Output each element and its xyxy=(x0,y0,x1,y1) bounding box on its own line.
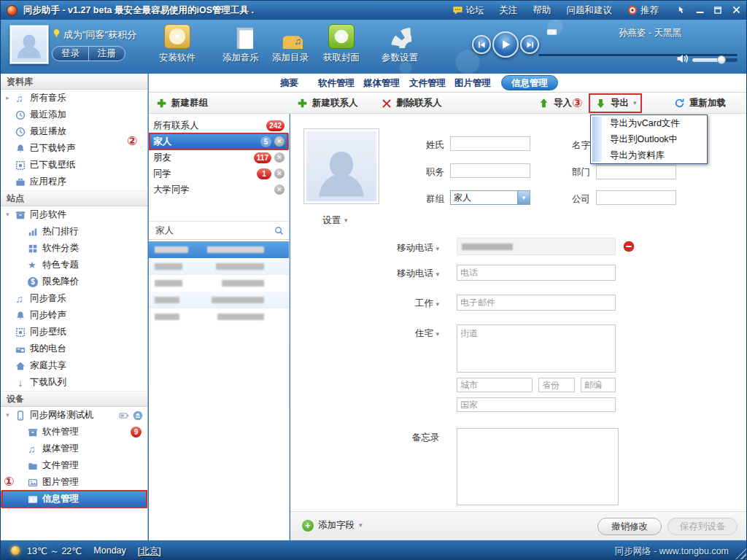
street-field[interactable] xyxy=(457,324,616,373)
contact-photo[interactable] xyxy=(303,128,379,204)
delete-contact-button[interactable]: 删除联系人 xyxy=(382,93,442,114)
group-row-friends[interactable]: 朋友 117 ✕ xyxy=(149,149,289,166)
export-button[interactable]: 导出 ▾ xyxy=(595,93,637,114)
city-field[interactable] xyxy=(457,378,533,392)
sidebar-item-sync-wallpapers[interactable]: 同步壁纸 xyxy=(1,324,147,341)
feedback-link[interactable]: 问题和建议 xyxy=(567,4,613,17)
group-close-icon[interactable]: ✕ xyxy=(274,184,285,195)
resize-grip[interactable] xyxy=(735,548,746,559)
dept-field[interactable] xyxy=(596,165,676,179)
add-music-button[interactable]: 添加音乐 xyxy=(216,24,266,64)
contact-row[interactable] xyxy=(149,275,289,292)
close-button[interactable] xyxy=(730,4,742,15)
tab-software[interactable]: 软件管理 xyxy=(318,74,355,93)
play-button[interactable] xyxy=(492,31,519,58)
tree-closed-icon[interactable]: ▸ xyxy=(6,95,9,101)
tab-media[interactable]: 媒体管理 xyxy=(363,74,400,93)
contact-row[interactable] xyxy=(149,292,289,308)
menu-item-export-vcard[interactable]: 导出为vCard文件 xyxy=(591,115,707,131)
sidebar-item-info-management[interactable]: 信息管理 xyxy=(1,491,147,508)
group-row-college-classmates[interactable]: 大学同学 ✕ xyxy=(149,182,289,198)
sidebar-item-recently-played[interactable]: 最近播放 xyxy=(1,123,147,140)
group-row-all-contacts[interactable]: 所有联系人 242 xyxy=(149,117,289,133)
sidebar-item-my-radio[interactable]: 我的电台 xyxy=(1,341,147,357)
sidebar-item-featured-topics[interactable]: ★ 特色专题 xyxy=(1,257,147,273)
sidebar-item-top-rank[interactable]: 热门排行 xyxy=(1,223,147,240)
sidebar-item-applications[interactable]: 应用程序 xyxy=(1,174,147,190)
recommend-link[interactable]: 推荐 xyxy=(627,4,659,17)
tab-summary[interactable]: 摘要 xyxy=(280,74,298,93)
zip-field[interactable] xyxy=(581,378,616,392)
mobile1-field[interactable] xyxy=(457,238,616,255)
add-folder-button[interactable]: ♫ 添加目录 xyxy=(266,24,315,64)
tab-files[interactable]: 文件管理 xyxy=(409,74,446,93)
sidebar-item-sync-software[interactable]: ▾ 同步软件 xyxy=(1,206,147,223)
contact-row-selected[interactable] xyxy=(149,241,289,258)
group-close-icon[interactable]: ✕ xyxy=(274,168,285,179)
sidebar-item-software-categories[interactable]: 软件分类 xyxy=(1,240,147,257)
remove-field-icon[interactable] xyxy=(623,241,635,252)
import-button[interactable]: 导入 xyxy=(538,93,572,114)
group-close-icon[interactable]: ✕ xyxy=(274,152,285,163)
undo-changes-button[interactable]: 撤销修改 xyxy=(597,518,662,535)
previous-track-button[interactable] xyxy=(472,35,491,54)
login-button[interactable]: 登录 xyxy=(53,47,88,60)
work-email-field[interactable] xyxy=(457,295,616,311)
last-name-field[interactable] xyxy=(450,136,530,151)
photo-settings-button[interactable]: 设置 ▾ xyxy=(322,214,348,227)
sidebar-item-file-management[interactable]: 文件管理 xyxy=(1,457,147,474)
register-button[interactable]: 注册 xyxy=(89,47,125,60)
job-field[interactable] xyxy=(450,163,530,178)
contact-row[interactable] xyxy=(149,258,289,275)
user-avatar[interactable] xyxy=(9,25,49,64)
sidebar-item-sync-music[interactable]: ♫ 同步音乐 xyxy=(1,290,147,307)
help-link[interactable]: 帮助 xyxy=(533,4,551,17)
country-field[interactable] xyxy=(457,397,616,412)
reload-button[interactable]: 重新加载 xyxy=(674,93,726,114)
sidebar-item-software-management[interactable]: 软件管理 9 xyxy=(1,424,147,440)
group-row-family[interactable]: 家人 5 ✕ xyxy=(149,133,289,149)
sidebar-item-downloaded-ringtones[interactable]: 已下载铃声 xyxy=(1,140,147,157)
group-row-classmates[interactable]: 同学 1 ✕ xyxy=(149,166,289,182)
sidebar-item-sync-ringtones[interactable]: 同步铃声 xyxy=(1,307,147,324)
next-track-button[interactable] xyxy=(520,35,539,54)
sidebar-item-photo-management[interactable]: 图片管理 xyxy=(1,474,147,491)
eject-icon[interactable] xyxy=(133,411,143,421)
group-select[interactable]: 家人 ▾ xyxy=(450,190,530,205)
city-link[interactable]: [北京] xyxy=(138,545,161,558)
sidebar-item-device[interactable]: ▾ 同步网络测试机 xyxy=(1,407,147,424)
pin-pointer-button[interactable] xyxy=(676,4,687,15)
menu-item-export-library[interactable]: 导出为资料库 xyxy=(591,147,707,163)
company-field[interactable] xyxy=(596,190,676,205)
search-input[interactable] xyxy=(154,225,274,236)
volume-knob[interactable] xyxy=(717,55,726,64)
sidebar-item-recently-added[interactable]: 最近添加 xyxy=(1,106,147,123)
mobile2-field[interactable] xyxy=(457,265,616,281)
tab-info-management[interactable]: 信息管理 xyxy=(501,75,558,90)
sidebar-item-home-sharing[interactable]: 家庭共享 xyxy=(1,357,147,374)
follow-link[interactable]: 关注 xyxy=(500,4,518,17)
maximize-button[interactable] xyxy=(712,4,724,15)
forum-link[interactable]: 论坛 xyxy=(452,4,484,17)
tab-photos[interactable]: 图片管理 xyxy=(454,74,491,93)
add-field-button[interactable]: + 添加字段 ▾ xyxy=(302,519,363,532)
sidebar-item-download-queue[interactable]: ↓ 下载队列 xyxy=(1,374,147,391)
website-link[interactable]: 同步网络 - www.tongbu.com xyxy=(615,545,729,558)
memo-field[interactable] xyxy=(457,428,619,505)
tree-open-icon[interactable]: ▾ xyxy=(6,412,9,419)
sidebar-item-all-music[interactable]: ▸ ♫ 所有音乐 xyxy=(1,90,147,106)
song-progress-bar[interactable] xyxy=(538,54,738,56)
search-icon[interactable] xyxy=(274,225,284,236)
save-to-device-button[interactable]: 保存到设备 xyxy=(667,518,738,535)
install-software-button[interactable]: 安装软件 xyxy=(152,24,202,64)
group-close-icon[interactable]: ✕ xyxy=(274,136,285,147)
new-group-button[interactable]: 新建群组 xyxy=(156,93,208,114)
new-contact-button[interactable]: 新建联系人 xyxy=(297,93,358,114)
settings-button[interactable]: 参数设置 xyxy=(375,24,425,64)
sidebar-item-price-drops[interactable]: $ 限免降价 xyxy=(1,273,147,290)
menu-item-export-outlook[interactable]: 导出到Outlook中 xyxy=(591,131,707,147)
tree-open-icon[interactable]: ▾ xyxy=(6,211,9,218)
sidebar-item-media-management[interactable]: ♫ 媒体管理 xyxy=(1,440,147,457)
get-cover-button[interactable]: 获取封面 xyxy=(317,24,366,64)
contact-row[interactable] xyxy=(149,308,289,325)
